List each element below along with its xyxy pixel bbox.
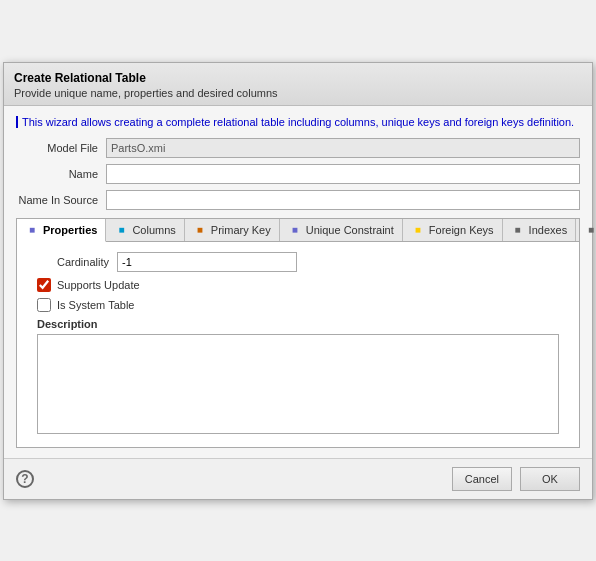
tab-native-query[interactable]: ■ Native Query — [576, 219, 596, 241]
tab-primary-key-label: Primary Key — [211, 224, 271, 236]
model-file-row: Model File — [16, 138, 580, 158]
foreign-keys-tab-icon: ■ — [411, 223, 425, 237]
cardinality-row: Cardinality — [27, 252, 569, 272]
info-text: This wizard allows creating a complete r… — [16, 116, 580, 128]
description-label: Description — [27, 318, 569, 330]
tab-foreign-keys[interactable]: ■ Foreign Keys — [403, 219, 503, 241]
tab-indexes[interactable]: ■ Indexes — [503, 219, 577, 241]
cancel-button[interactable]: Cancel — [452, 467, 512, 491]
dialog-footer: ? Cancel OK — [4, 458, 592, 499]
name-in-source-row: Name In Source — [16, 190, 580, 210]
tab-properties-label: Properties — [43, 224, 97, 236]
model-file-label: Model File — [16, 142, 106, 154]
footer-left: ? — [16, 470, 34, 488]
tabs-bar: ■ Properties ■ Columns ■ Primary Key ■ U… — [17, 219, 579, 242]
name-label: Name — [16, 168, 106, 180]
unique-constraint-tab-icon: ■ — [288, 223, 302, 237]
indexes-tab-icon: ■ — [511, 223, 525, 237]
help-icon-label: ? — [21, 472, 28, 486]
name-input[interactable] — [106, 164, 580, 184]
cardinality-label: Cardinality — [27, 256, 117, 268]
primary-key-tab-icon: ■ — [193, 223, 207, 237]
dialog-body: This wizard allows creating a complete r… — [4, 106, 592, 458]
tab-foreign-keys-label: Foreign Keys — [429, 224, 494, 236]
native-query-tab-icon: ■ — [584, 223, 596, 237]
is-system-table-checkbox[interactable] — [37, 298, 51, 312]
tab-unique-constraint-label: Unique Constraint — [306, 224, 394, 236]
tab-unique-constraint[interactable]: ■ Unique Constraint — [280, 219, 403, 241]
tab-properties[interactable]: ■ Properties — [17, 219, 106, 242]
name-row: Name — [16, 164, 580, 184]
is-system-table-row: Is System Table — [27, 298, 569, 312]
name-in-source-input[interactable] — [106, 190, 580, 210]
supports-update-row: Supports Update — [27, 278, 569, 292]
is-system-table-label: Is System Table — [57, 299, 134, 311]
description-textarea[interactable] — [37, 334, 559, 434]
cardinality-input[interactable] — [117, 252, 297, 272]
tab-indexes-label: Indexes — [529, 224, 568, 236]
help-icon[interactable]: ? — [16, 470, 34, 488]
tab-columns[interactable]: ■ Columns — [106, 219, 184, 241]
columns-tab-icon: ■ — [114, 223, 128, 237]
tab-columns-label: Columns — [132, 224, 175, 236]
create-relational-table-dialog: Create Relational Table Provide unique n… — [3, 62, 593, 500]
properties-tab-icon: ■ — [25, 223, 39, 237]
tabs-container: ■ Properties ■ Columns ■ Primary Key ■ U… — [16, 218, 580, 448]
model-file-input[interactable] — [106, 138, 580, 158]
ok-button[interactable]: OK — [520, 467, 580, 491]
tab-primary-key[interactable]: ■ Primary Key — [185, 219, 280, 241]
footer-right: Cancel OK — [452, 467, 580, 491]
dialog-header: Create Relational Table Provide unique n… — [4, 63, 592, 106]
supports-update-checkbox[interactable] — [37, 278, 51, 292]
name-in-source-label: Name In Source — [16, 194, 106, 206]
properties-tab-content: Cardinality Supports Update Is System Ta… — [17, 242, 579, 447]
dialog-title: Create Relational Table — [14, 71, 582, 85]
supports-update-label: Supports Update — [57, 279, 140, 291]
dialog-subtitle: Provide unique name, properties and desi… — [14, 87, 582, 99]
